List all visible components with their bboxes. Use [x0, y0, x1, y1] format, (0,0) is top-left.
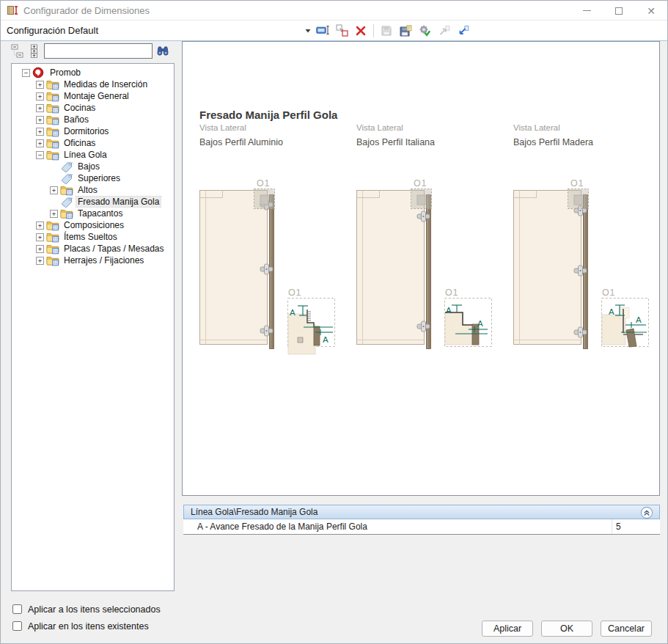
tree-item-label: Fresado Manija Gola — [76, 197, 161, 207]
collapse-group-icon[interactable] — [640, 506, 653, 519]
save-config-as-icon[interactable] — [398, 23, 413, 38]
tree-item-label: Línea Gola — [62, 150, 109, 160]
tree-item-l-nea-gola[interactable]: −Línea Gola — [12, 149, 174, 161]
tree-item-label: Baños — [62, 114, 90, 125]
folder-icon — [60, 184, 74, 196]
tree-expander-plus[interactable]: + — [36, 139, 44, 147]
tree-item-composiciones[interactable]: +Composiciones — [12, 219, 174, 231]
minimize-button[interactable] — [570, 1, 603, 21]
dropdown-arrow-icon[interactable] — [304, 23, 312, 38]
option-label: Aplicar en los itens existentes — [28, 621, 149, 632]
svg-text:A: A — [609, 307, 614, 316]
cancel-button[interactable]: Cancelar — [601, 621, 652, 637]
tree-expander-plus[interactable]: + — [36, 116, 44, 124]
tree-item-oficinas[interactable]: +Oficinas — [12, 137, 174, 149]
cabinet-drawing-italiana: O1O1AA — [353, 175, 502, 357]
delete-config-icon[interactable] — [353, 23, 368, 38]
folder-icon — [46, 219, 60, 231]
folder-icon — [46, 243, 60, 255]
search-binoculars-icon[interactable] — [156, 44, 169, 59]
tree-expander-plus[interactable]: + — [36, 233, 44, 241]
preview-title: Fresado Manija Perfil Gola — [199, 109, 337, 121]
svg-text:A: A — [636, 315, 642, 324]
checkbox[interactable] — [12, 621, 22, 631]
close-icon: ✕ — [647, 6, 656, 16]
checkbox[interactable] — [12, 604, 22, 614]
tree-expander-plus[interactable]: + — [36, 92, 44, 100]
svg-text:O1: O1 — [288, 288, 301, 298]
folder-icon — [46, 137, 60, 149]
folder-icon — [46, 114, 60, 125]
import-config-icon[interactable] — [455, 23, 470, 38]
cabinet-drawing-aluminio: O1O1AA — [196, 175, 345, 357]
view-type-label: Vista Lateral — [356, 123, 403, 132]
tag-icon — [60, 172, 74, 184]
tree-item-label: Oficinas — [62, 138, 97, 148]
tree-item-superiores[interactable]: Superiores — [12, 172, 174, 184]
minimize-icon — [583, 10, 591, 11]
tree-expander-plus[interactable]: + — [50, 210, 58, 218]
promob-logo-icon — [32, 67, 46, 78]
property-value-field[interactable]: 5 — [612, 519, 660, 534]
search-input[interactable] — [44, 43, 153, 59]
tree-expander-minus[interactable]: − — [36, 151, 44, 159]
expand-all-icon[interactable] — [27, 44, 40, 59]
tree-item-label: Dormitorios — [62, 126, 110, 136]
svg-text:A: A — [446, 306, 452, 315]
view-subtitle: Bajos Perfil Madera — [513, 137, 593, 147]
view-type-label: Vista Lateral — [199, 123, 246, 132]
tree-expander-plus[interactable]: + — [36, 222, 44, 230]
tree-expander-plus[interactable]: + — [36, 104, 44, 112]
collapse-all-icon[interactable] — [10, 44, 23, 59]
tree-item-label: Promob — [48, 67, 82, 78]
tag-icon — [60, 161, 74, 172]
preview-view-madera: Vista LateralBajos Perfil MaderaO1O1AA — [510, 42, 667, 453]
ok-button[interactable]: OK — [541, 621, 592, 637]
option-row: Aplicar en los itens existentes — [12, 618, 161, 634]
tree-item-tapacantos[interactable]: +Tapacantos — [12, 208, 174, 219]
titlebar: Configurador de Dimensiones ✕ — [1, 1, 667, 21]
tree-expander-plus[interactable]: + — [36, 128, 44, 136]
property-group-header[interactable]: Línea Gola\Fresado Manija Gola — [183, 505, 660, 519]
maximize-button[interactable] — [603, 1, 635, 21]
preview-view-italiana: Vista LateralBajos Perfil ItalianaO1O1AA — [353, 42, 510, 453]
duplicate-config-icon[interactable] — [334, 23, 349, 38]
tree-item-cocinas[interactable]: +Cocinas — [12, 102, 174, 114]
tree-item-tems-sueltos[interactable]: +Ítems Sueltos — [12, 231, 174, 243]
tree-expander-plus[interactable]: + — [36, 257, 44, 265]
tree-item-label: Tapacantos — [76, 208, 124, 219]
svg-text:O1: O1 — [602, 288, 615, 298]
tree-item-placas-tapas-mesadas[interactable]: +Placas / Tapas / Mesadas — [12, 243, 174, 255]
tree-item-label: Herrajes / Fijaciones — [62, 255, 145, 266]
save-config-icon[interactable] — [379, 23, 394, 38]
folder-icon — [46, 90, 60, 102]
tree-expander-plus[interactable]: + — [36, 81, 44, 89]
tree-item-montaje-general[interactable]: +Montaje General — [12, 90, 174, 102]
tree-item-herrajes-fijaciones[interactable]: +Herrajes / Fijaciones — [12, 255, 174, 266]
config-toolbar: Configuración Default — [1, 21, 667, 41]
tree-expander-plus[interactable]: + — [50, 186, 58, 194]
tree-item-medidas-de-inserci-n[interactable]: +Medidas de Inserción — [12, 78, 174, 90]
folder-icon — [60, 208, 74, 219]
apply-config-icon[interactable] — [417, 23, 432, 38]
apply-button[interactable]: Aplicar — [482, 621, 533, 637]
svg-text:O1: O1 — [257, 178, 270, 189]
config-selector[interactable]: Configuración Default — [1, 25, 303, 36]
export-config-icon[interactable] — [436, 23, 451, 38]
tree-item-dormitorios[interactable]: +Dormitorios — [12, 125, 174, 137]
close-button[interactable]: ✕ — [635, 1, 667, 21]
tree-item-ba-os[interactable]: +Baños — [12, 114, 174, 125]
tree-item-label: Medidas de Inserción — [62, 79, 149, 89]
tree-item-altos[interactable]: +Altos — [12, 184, 174, 196]
tree-item-label: Cocinas — [62, 103, 97, 113]
tree-item-promob[interactable]: −Promob — [12, 67, 174, 78]
property-group-title: Línea Gola\Fresado Manija Gola — [191, 507, 318, 517]
tree-expander-minus[interactable]: − — [22, 69, 30, 77]
tree-item-bajos[interactable]: Bajos — [12, 161, 174, 172]
rename-config-icon[interactable] — [315, 23, 330, 38]
tree-expander-plus[interactable]: + — [36, 245, 44, 253]
svg-text:A: A — [323, 335, 329, 344]
folder-icon — [46, 231, 60, 243]
svg-text:O1: O1 — [414, 178, 427, 189]
tree-item-fresado-manija-gola[interactable]: Fresado Manija Gola — [12, 196, 174, 208]
